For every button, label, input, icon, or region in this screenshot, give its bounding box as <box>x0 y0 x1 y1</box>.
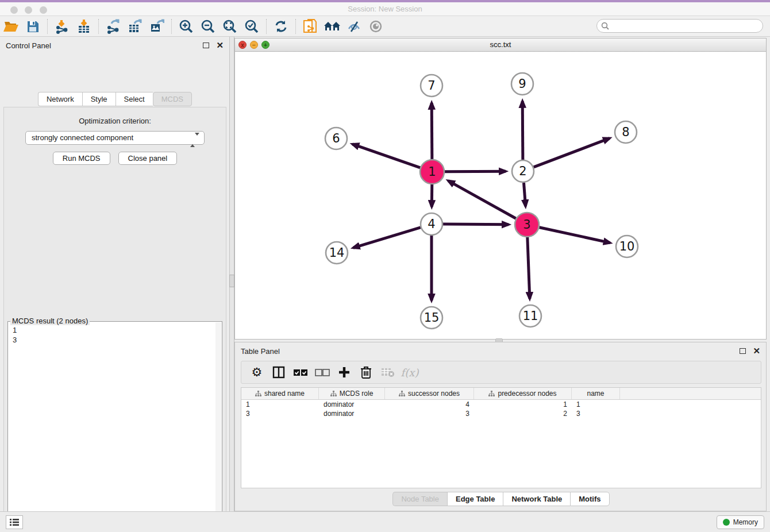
export-network-button[interactable] <box>102 17 124 36</box>
cell[interactable]: 1 <box>474 400 572 409</box>
edge-1-7[interactable] <box>432 103 432 159</box>
cell[interactable]: 2 <box>474 409 572 418</box>
column-header-MCDS-role[interactable]: MCDS role <box>319 388 385 399</box>
export-image-button[interactable] <box>146 17 168 36</box>
zoom-in-button[interactable] <box>175 17 197 36</box>
window-close-button[interactable] <box>10 6 18 14</box>
eye-icon <box>368 20 383 33</box>
zoom-fit-button[interactable] <box>219 17 241 36</box>
tab-select[interactable]: Select <box>116 92 153 106</box>
import-table-icon <box>76 19 91 34</box>
column-header-name[interactable]: name <box>572 388 620 399</box>
graph-node-3[interactable]: 3 <box>515 213 539 237</box>
memory-button[interactable]: Memory <box>717 515 764 529</box>
column-header-shared-name[interactable]: shared name <box>241 388 319 399</box>
bird-eye-button[interactable] <box>365 17 387 36</box>
graph-node-7[interactable]: 7 <box>421 75 442 97</box>
tab-network[interactable]: Network <box>38 92 82 106</box>
task-manager-button[interactable] <box>6 515 23 529</box>
graph-node-8[interactable]: 8 <box>615 121 637 143</box>
network-graph[interactable]: 7 9 6 8 1 2 4 3 14 10 15 11 <box>235 52 766 339</box>
column-header-predecessor-nodes[interactable]: predecessor nodes <box>474 388 572 399</box>
float-panel-icon[interactable] <box>203 43 209 48</box>
network-window-title: scc.txt <box>235 38 766 51</box>
mcds-result-text[interactable]: 1 3 <box>8 322 222 346</box>
graph-node-11[interactable]: 11 <box>519 305 541 327</box>
network-minimize-button[interactable]: − <box>250 41 258 49</box>
graph-node-10[interactable]: 10 <box>616 236 638 257</box>
cell[interactable]: 1 <box>241 400 319 409</box>
create-column-button[interactable] <box>334 363 354 381</box>
network-window-titlebar[interactable]: x − + scc.txt <box>235 38 766 52</box>
search-input[interactable] <box>596 19 763 33</box>
open-session-button[interactable] <box>0 17 22 36</box>
close-table-panel-icon[interactable]: ✕ <box>753 348 760 354</box>
main-toolbar <box>0 16 770 37</box>
graph-node-4[interactable]: 4 <box>421 213 442 235</box>
export-table-button[interactable] <box>124 17 146 36</box>
delete-table-button[interactable] <box>378 363 398 381</box>
tab-network-table[interactable]: Network Table <box>503 492 570 506</box>
edge-1-2[interactable] <box>445 171 506 172</box>
table-row[interactable]: 1dominator411 <box>241 400 761 409</box>
edge-3-11[interactable] <box>528 237 530 299</box>
clone-network-button[interactable] <box>299 17 321 36</box>
tab-motifs[interactable]: Motifs <box>570 492 609 506</box>
network-close-button[interactable]: x <box>238 41 247 49</box>
graph-node-2[interactable]: 2 <box>512 160 534 182</box>
cell[interactable]: dominator <box>319 400 385 409</box>
edge-2-9[interactable] <box>522 101 523 160</box>
edge-2-8[interactable] <box>534 138 610 167</box>
graph-node-14[interactable]: 14 <box>326 242 348 264</box>
run-mcds-button[interactable]: Run MCDS <box>53 152 110 165</box>
cell[interactable]: 1 <box>572 400 620 409</box>
result-scrollbar[interactable] <box>215 322 221 532</box>
cyndex-browse-button[interactable] <box>321 17 343 36</box>
unselect-all-columns-button[interactable] <box>313 363 332 381</box>
tab-mcds[interactable]: MCDS <box>153 92 192 106</box>
window-zoom-button[interactable] <box>40 6 47 14</box>
network-zoom-button[interactable]: + <box>261 41 270 49</box>
graph-node-9[interactable]: 9 <box>511 73 533 95</box>
edge-1-6[interactable] <box>352 144 420 168</box>
edge-2-3[interactable] <box>524 183 526 206</box>
cell[interactable]: 3 <box>572 409 620 418</box>
splitter-grip[interactable] <box>229 275 234 287</box>
cell[interactable]: dominator <box>319 409 385 418</box>
table-settings-gear-icon[interactable]: ⚙ <box>247 363 267 381</box>
graph-node-6[interactable]: 6 <box>325 128 347 149</box>
column-header-successor-nodes[interactable]: successor nodes <box>385 388 474 399</box>
edge-3-10[interactable] <box>539 228 610 243</box>
tab-edge-table[interactable]: Edge Table <box>447 492 503 506</box>
show-hide-graphics-button[interactable] <box>343 17 365 36</box>
refresh-layout-button[interactable] <box>270 17 292 36</box>
zoom-selected-button[interactable] <box>241 17 263 36</box>
table-row[interactable]: 3dominator323 <box>241 409 761 418</box>
edge-4-14[interactable] <box>353 228 421 248</box>
cell[interactable]: 3 <box>385 409 474 418</box>
save-session-button[interactable] <box>22 17 44 36</box>
window-minimize-button[interactable] <box>25 6 32 14</box>
close-panel-icon[interactable]: ✕ <box>216 43 224 48</box>
graph-node-1[interactable]: 1 <box>420 160 444 184</box>
optimization-criterion-select[interactable]: strongly connected component <box>25 131 205 145</box>
close-panel-button[interactable]: Close panel <box>118 152 178 165</box>
import-table-button[interactable] <box>73 17 95 36</box>
edge-4-3[interactable] <box>443 224 509 225</box>
delete-column-button[interactable] <box>356 363 376 381</box>
import-network-button[interactable] <box>51 17 73 36</box>
node-table[interactable]: shared name MCDS role successor nodes pr… <box>241 387 761 488</box>
edge-3-1[interactable] <box>448 181 516 219</box>
select-all-columns-button[interactable] <box>291 363 310 381</box>
cell[interactable]: 4 <box>385 400 474 409</box>
show-column-panel-button[interactable] <box>269 363 288 381</box>
panel-splitter[interactable] <box>230 37 234 511</box>
tab-style[interactable]: Style <box>82 92 116 106</box>
graph-node-15[interactable]: 15 <box>421 307 442 329</box>
zoom-out-button[interactable] <box>197 17 219 36</box>
float-table-panel-icon[interactable] <box>740 348 746 354</box>
function-builder-button[interactable]: f(x) <box>400 363 419 381</box>
tab-node-table[interactable]: Node Table <box>392 492 447 506</box>
svg-text:4: 4 <box>428 217 435 231</box>
cell[interactable]: 3 <box>241 409 319 418</box>
